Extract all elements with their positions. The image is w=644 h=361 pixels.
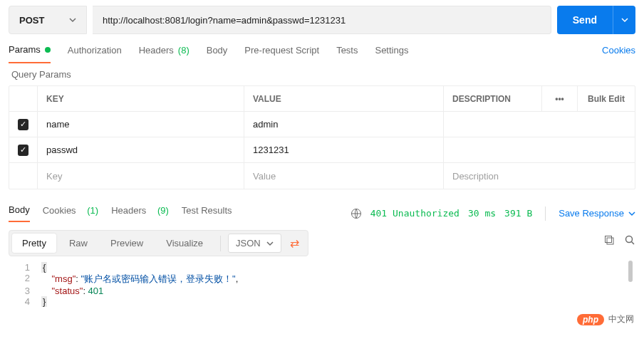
resp-tab-body[interactable]: Body [9,204,30,222]
key-cell[interactable]: name [38,112,244,137]
value-input[interactable]: Value [244,163,444,189]
value-cell[interactable]: admin [244,112,444,137]
tab-tests[interactable]: Tests [336,45,358,63]
url-text: http://localhost:8081/login?name=admin&p… [103,15,346,26]
cookies-link[interactable]: Cookies [602,45,635,63]
status-size: 391 B [504,202,532,224]
chevron-down-icon [266,240,274,247]
lang-select[interactable]: JSON [228,234,281,253]
chevron-down-icon [628,210,635,217]
view-preview[interactable]: Preview [100,234,153,253]
view-visualize[interactable]: Visualize [156,234,213,253]
tab-prerequest[interactable]: Pre-request Script [244,45,319,63]
resp-tab-headers[interactable]: Headers (9) [111,205,169,221]
resp-tab-testresults[interactable]: Test Results [182,205,232,221]
tab-params[interactable]: Params [9,44,51,63]
desc-input[interactable]: Description [444,163,542,189]
col-description: DESCRIPTION [444,86,542,111]
desc-cell[interactable] [444,137,542,162]
row-checkbox[interactable]: ✓ [18,119,28,130]
table-row-new: Key Value Description [9,163,635,189]
chevron-down-icon [69,16,76,23]
save-response-button[interactable]: Save Response [559,208,635,219]
desc-cell[interactable] [444,112,542,137]
search-icon[interactable] [625,235,635,246]
svg-rect-2 [606,236,612,243]
tab-settings[interactable]: Settings [375,45,408,63]
chevron-down-icon [621,16,628,23]
view-raw[interactable]: Raw [59,234,98,253]
row-checkbox[interactable]: ✓ [18,145,28,156]
response-body[interactable]: 1{ 2 "msg": "账户名或密码输入错误，登录失败！", 3 "statu… [9,256,635,313]
table-row: ✓ name admin [9,112,635,137]
status-time: 30 ms [468,202,496,224]
bulk-edit-button[interactable]: Bulk Edit [578,86,635,111]
value-cell[interactable]: 1231231 [244,137,444,162]
key-cell[interactable]: passwd [38,137,244,162]
url-input[interactable]: http://localhost:8081/login?name=admin&p… [93,6,551,34]
tab-headers[interactable]: Headers (8) [139,45,189,63]
view-pretty[interactable]: Pretty [12,234,56,253]
http-method-select[interactable]: POST [9,6,87,34]
http-method-label: POST [19,15,44,26]
col-key: KEY [38,86,244,111]
tab-authorization[interactable]: Authorization [68,45,122,63]
svg-line-4 [632,242,635,245]
scrollbar-thumb[interactable] [628,261,633,282]
status-code: 401 Unauthorized [370,202,459,224]
send-button[interactable]: Send [557,6,613,34]
wrap-lines-icon[interactable]: ⇄ [284,236,305,250]
query-params-table: KEY VALUE DESCRIPTION ••• Bulk Edit ✓ na… [9,85,635,189]
table-header: KEY VALUE DESCRIPTION ••• Bulk Edit [9,86,635,112]
copy-icon[interactable] [604,235,615,246]
more-button[interactable]: ••• [542,86,578,111]
params-dot-icon [45,47,51,53]
response-status: 401 Unauthorized 30 ms 391 B [350,202,533,224]
key-input[interactable]: Key [38,163,244,189]
table-row: ✓ passwd 1231231 [9,137,635,163]
query-params-title: Query Params [9,63,635,85]
resp-tab-cookies[interactable]: Cookies (1) [43,205,98,221]
col-value: VALUE [244,86,444,111]
globe-icon[interactable] [350,208,362,219]
send-dropdown-button[interactable] [613,6,635,34]
svg-point-3 [626,236,633,243]
svg-rect-1 [607,238,613,244]
tab-body[interactable]: Body [207,45,228,63]
